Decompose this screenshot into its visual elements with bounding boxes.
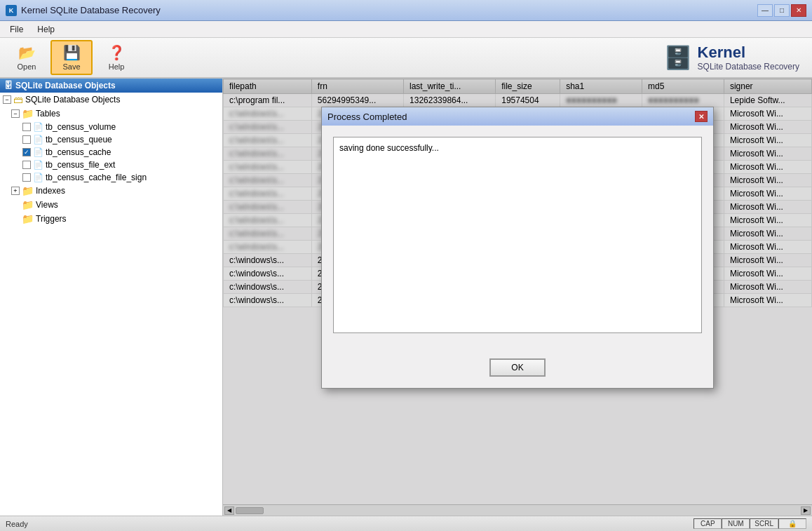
- menu-bar: File Help: [0, 21, 812, 38]
- table-icon-3: 📄: [33, 160, 43, 170]
- sidebar-item-views[interactable]: 📁 Views: [0, 198, 222, 212]
- tree-toggle-indexes[interactable]: +: [11, 187, 20, 195]
- minimize-button[interactable]: —: [757, 4, 773, 17]
- sidebar-item-indexes[interactable]: + 📁 Indexes: [0, 184, 222, 198]
- title-bar: K Kernel SQLite Database Recovery — □ ✕: [0, 0, 812, 21]
- open-button[interactable]: 📂 Open: [6, 40, 48, 75]
- checkbox-tb-census-file-ext[interactable]: [22, 161, 31, 169]
- table-icon-2: 📄: [33, 147, 43, 157]
- window-controls: — □ ✕: [757, 4, 806, 17]
- sidebar-header-label: SQLite Database Objects: [15, 81, 116, 90]
- process-completed-modal: Process Completed ✕ saving done successf…: [321, 107, 714, 389]
- label-tb-census-cache: tb_census_cache: [46, 147, 111, 157]
- maximize-button[interactable]: □: [774, 4, 790, 17]
- sidebar-header: 🗄 SQLite Database Objects: [0, 79, 222, 93]
- menu-file[interactable]: File: [3, 23, 30, 36]
- modal-textbox: saving done successfully...: [333, 137, 702, 333]
- logo-area: 🗄️ Kernel SQLite Database Recovery: [664, 43, 799, 72]
- num-indicator: NUM: [722, 518, 750, 529]
- label-tb-census-volume: tb_census_volume: [46, 122, 116, 132]
- status-indicators: CAP NUM SCRL 🔒: [693, 518, 806, 529]
- status-text: Ready: [6, 520, 28, 528]
- open-label: Open: [18, 62, 36, 71]
- sidebar-db-icon: 🗄: [4, 81, 13, 90]
- logo-text: Kernel SQLite Database Recovery: [698, 43, 799, 72]
- sidebar-root-label: SQLite Database Objects: [25, 95, 120, 105]
- modal-close-button[interactable]: ✕: [695, 111, 708, 122]
- help-label: Help: [109, 62, 125, 71]
- scrl-indicator: SCRL: [750, 518, 778, 529]
- main-layout: 🗄 SQLite Database Objects − 🗃 SQLite Dat…: [0, 79, 812, 516]
- lock-indicator: 🔒: [778, 518, 806, 529]
- label-tb-census-queue: tb_census_queue: [46, 135, 112, 144]
- app-icon: K: [6, 5, 17, 16]
- checkbox-tb-census-volume[interactable]: [22, 123, 31, 131]
- sidebar-views-label: Views: [36, 200, 58, 210]
- modal-footer: OK: [322, 353, 713, 388]
- app-title: Kernel SQLite Database Recovery: [21, 5, 161, 15]
- table-icon-1: 📄: [33, 135, 43, 144]
- sidebar-item-tb-census-queue[interactable]: 📄 tb_census_queue: [0, 133, 222, 146]
- sidebar-item-tb-census-cache[interactable]: ✓ 📄 tb_census_cache: [0, 146, 222, 159]
- sidebar-triggers-label: Triggers: [36, 214, 67, 224]
- table-icon-0: 📄: [33, 122, 43, 132]
- modal-body: saving done successfully...: [322, 126, 713, 353]
- indexes-folder-icon: 📁: [22, 185, 34, 196]
- logo-sub: SQLite Database Recovery: [698, 62, 799, 72]
- table-icon-4: 📄: [33, 173, 43, 182]
- label-tb-census-file-ext: tb_census_file_ext: [46, 160, 115, 170]
- modal-overlay: Process Completed ✕ saving done successf…: [223, 79, 812, 516]
- sidebar-item-tables[interactable]: − 📁 Tables: [0, 107, 222, 121]
- open-icon: 📂: [18, 44, 36, 61]
- checkbox-tb-census-cache[interactable]: ✓: [22, 148, 31, 156]
- label-tb-census-cache-file-sign: tb_census_cache_file_sign: [46, 173, 147, 182]
- sidebar-item-root[interactable]: − 🗃 SQLite Database Objects: [0, 93, 222, 107]
- sidebar: 🗄 SQLite Database Objects − 🗃 SQLite Dat…: [0, 79, 223, 516]
- modal-title: Process Completed: [327, 112, 407, 122]
- root-folder-icon: 🗃: [13, 94, 23, 105]
- toolbar: 📂 Open 💾 Save ❓ Help 🗄️ Kernel SQLite Da…: [0, 38, 812, 79]
- save-button[interactable]: 💾 Save: [50, 40, 93, 75]
- status-bar: Ready CAP NUM SCRL 🔒: [0, 516, 812, 531]
- sidebar-item-tb-census-volume[interactable]: 📄 tb_census_volume: [0, 121, 222, 133]
- title-bar-left: K Kernel SQLite Database Recovery: [6, 5, 161, 16]
- logo-icon: 🗄️: [664, 44, 692, 71]
- help-icon: ❓: [108, 44, 126, 61]
- sidebar-item-tb-census-file-ext[interactable]: 📄 tb_census_file_ext: [0, 159, 222, 171]
- modal-message: saving done successfully...: [339, 143, 439, 153]
- caps-indicator: CAP: [693, 518, 722, 529]
- sidebar-item-triggers[interactable]: 📁 Triggers: [0, 212, 222, 226]
- triggers-folder-icon: 📁: [22, 213, 34, 224]
- sidebar-item-tb-census-cache-file-sign[interactable]: 📄 tb_census_cache_file_sign: [0, 171, 222, 184]
- views-folder-icon: 📁: [22, 199, 34, 210]
- ok-button[interactable]: OK: [489, 358, 546, 377]
- modal-text-content: saving done successfully...: [339, 143, 696, 153]
- tables-folder-icon: 📁: [22, 108, 34, 119]
- save-label: Save: [62, 62, 80, 71]
- content-area: filepath frn last_write_ti... file_size …: [223, 79, 812, 516]
- help-button[interactable]: ❓ Help: [95, 40, 137, 75]
- checkbox-tb-census-cache-file-sign[interactable]: [22, 173, 31, 182]
- logo-main: Kernel: [698, 43, 799, 62]
- save-icon: 💾: [63, 44, 81, 61]
- sidebar-indexes-label: Indexes: [36, 186, 65, 196]
- menu-help[interactable]: Help: [30, 23, 62, 36]
- sidebar-tables-label: Tables: [36, 109, 60, 119]
- close-button[interactable]: ✕: [791, 4, 806, 17]
- checkbox-tb-census-queue[interactable]: [22, 135, 31, 144]
- tree-toggle-tables[interactable]: −: [11, 109, 20, 118]
- tree-toggle-root[interactable]: −: [3, 95, 11, 104]
- modal-titlebar: Process Completed ✕: [322, 107, 713, 126]
